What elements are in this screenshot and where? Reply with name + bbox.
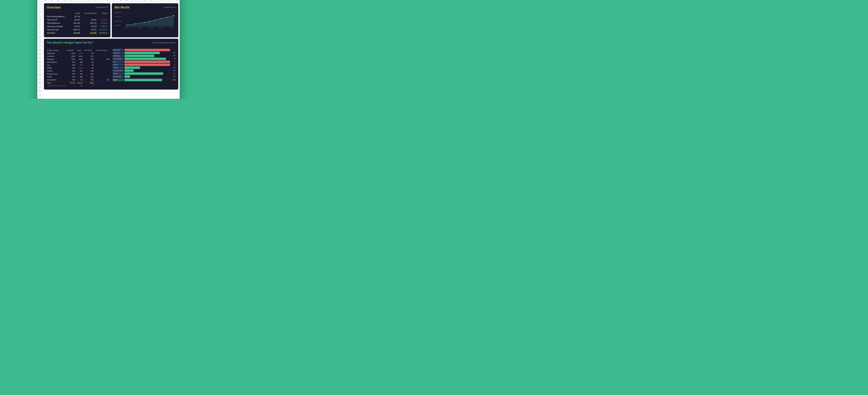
table-row-net-worth: Net Worth $23,646 $19,686 $3,960.00: [47, 32, 107, 35]
svg-text:Sep '19: Sep '19: [139, 27, 143, 28]
bar-row-total: Total $258: [113, 78, 176, 81]
bar-row-unexpected: Unexpected $44: [113, 75, 176, 78]
browser-window: Google Sheets Budget Template 📁 All chan…: [37, 0, 180, 99]
col-u[interactable]: U: [167, 0, 174, 2]
svg-point-14: [144, 22, 145, 23]
bar-row-hobby: Hobby $12: [113, 72, 176, 75]
table-row: Shopping $300 $210 $40 -$50: [47, 58, 110, 60]
row-23: 23: [37, 94, 42, 98]
col-f[interactable]: F: [74, 0, 80, 2]
col-k[interactable]: K: [105, 0, 111, 2]
budget-col-budgeted: Budgeted: [65, 49, 75, 52]
col-b[interactable]: B: [49, 0, 55, 2]
budget-col-spent: Spent: [75, 49, 83, 52]
budget-col-cut: Cut Remaining*: [94, 49, 110, 52]
net-worth-chart: $20,000.00 $15,000.00 $10,000.00 $5,000.…: [115, 11, 176, 28]
bar-row-groceries: Groceries $67: [113, 52, 176, 54]
col-header-previous: Previous Month: [80, 12, 96, 15]
row-18: 18: [37, 73, 42, 77]
row-19: 19: [37, 77, 42, 81]
row-21: 21: [37, 85, 42, 89]
row-9: 9: [37, 35, 42, 39]
col-s[interactable]: S: [155, 0, 161, 2]
bar-row-alcohol: Alcohol $33: [113, 66, 176, 69]
table-row: Net Checking Balance* $1,734: [47, 15, 107, 18]
table-row: Hobby $75 $63 $12: [47, 75, 110, 78]
row-5: 5: [37, 19, 42, 23]
table-row: Total Income* $4,120 $4,295 -$175.00: [47, 19, 107, 21]
col-g[interactable]: G: [80, 0, 86, 2]
col-a[interactable]: A: [42, 0, 49, 2]
table-row: Eating Out $420 $445 $0: [47, 52, 110, 55]
table-row: Coffee $75 $105 $0: [47, 67, 110, 69]
table-row: Unexpected $50 $0 $44 -$6: [47, 78, 110, 81]
table-row: Total Liquid Savings* $7,672 $7,110 $562…: [47, 25, 107, 28]
table-row: Total Net Cash* $10,472 $7,610 $2,862.00: [47, 28, 107, 31]
budget-table-container: Budget Category Budgeted Spent Remaining…: [47, 49, 110, 87]
col-e[interactable]: E: [67, 0, 74, 2]
budget-title: This Month's Budget Spent So Far*: [47, 41, 93, 44]
col-l[interactable]: L: [111, 0, 117, 2]
row-20: 20: [37, 81, 42, 85]
overview-panel: Overview As end of Jan '20 Latest Previo…: [44, 3, 111, 37]
col-m[interactable]: M: [117, 0, 124, 2]
bar-row-personal-care: Personal Care $60: [113, 69, 176, 72]
row-15: 15: [37, 60, 42, 64]
overview-title: Overview: [47, 6, 61, 9]
col-i[interactable]: I: [92, 0, 99, 2]
row-8: 8: [37, 31, 42, 35]
table-row: Gas $80 $86 $0: [47, 64, 110, 66]
bar-row-gas: Gas $0: [113, 61, 176, 63]
budget-col-category: Budget Category: [47, 49, 65, 52]
svg-text:$5,000.00: $5,000.00: [115, 25, 120, 26]
row-3: 3: [37, 10, 42, 14]
row-16: 16: [37, 64, 42, 69]
svg-text:Aug '19: Aug '19: [125, 27, 129, 28]
row-24: 24: [37, 98, 42, 99]
spreadsheet-body: 1 2 3 4 5 6 7 8 9 10 11 12 13 14 15 16 1…: [37, 0, 180, 99]
row-1: 1: [37, 2, 42, 6]
row-14: 14: [37, 56, 42, 60]
col-d[interactable]: D: [61, 0, 67, 2]
total-row: Total $1,475 $1,217 $258: [47, 81, 110, 84]
row-13: 13: [37, 52, 42, 56]
net-worth-title: Net Worth: [115, 6, 129, 9]
budget-subtitle: Expenses last updated yesterday: [152, 42, 176, 43]
col-n[interactable]: N: [124, 0, 130, 2]
budget-panel: This Month's Budget Spent So Far* Expens…: [44, 39, 178, 90]
note-row: Total overspent in all categories* $56 $…: [47, 85, 110, 87]
svg-text:Nov '19: Nov '19: [159, 27, 163, 28]
col-r[interactable]: R: [148, 0, 155, 2]
svg-point-18: [166, 17, 167, 18]
row-12: 12: [37, 48, 42, 52]
col-header-growth: Growth: [97, 12, 107, 15]
svg-text:$10,000.00: $10,000.00: [115, 21, 121, 22]
col-t[interactable]: T: [161, 0, 167, 2]
row-2: 2: [37, 6, 42, 10]
col-header-latest: Latest: [71, 12, 80, 15]
col-c[interactable]: C: [55, 0, 61, 2]
budget-bar-chart: Eating Out -1 Groceries $67: [113, 49, 176, 87]
col-h[interactable]: H: [86, 0, 92, 2]
svg-text:$15,000.00: $15,000.00: [115, 16, 121, 18]
table-row: Alcohol $50 $17 $33: [47, 70, 110, 72]
svg-point-19: [173, 15, 174, 16]
row-numbers: 1 2 3 4 5 6 7 8 9 10 11 12 13 14 15 16 1…: [37, 0, 42, 99]
sheet-content: A B C D E F G H I J K L M N O P Q R S T: [42, 0, 180, 99]
row-11: 11: [37, 43, 42, 48]
col-q[interactable]: Q: [142, 0, 149, 2]
row-10: 10: [37, 39, 42, 43]
col-p[interactable]: P: [136, 0, 142, 2]
col-v[interactable]: V: [174, 0, 180, 2]
table-row: Subscriptions $50 $48 $2: [47, 61, 110, 63]
row-4: 4: [37, 14, 42, 19]
col-j[interactable]: J: [99, 0, 105, 2]
svg-text:$20,000.00: $20,000.00: [115, 12, 121, 13]
svg-point-12: [126, 25, 127, 26]
budget-col-remaining: Remaining: [83, 49, 94, 52]
col-header-category: [47, 12, 71, 15]
col-o[interactable]: O: [130, 0, 136, 2]
bar-row-eating-out: Eating Out -1: [113, 49, 176, 51]
svg-point-13: [135, 23, 136, 24]
bar-row-coffee: Coffee $3: [113, 64, 176, 66]
